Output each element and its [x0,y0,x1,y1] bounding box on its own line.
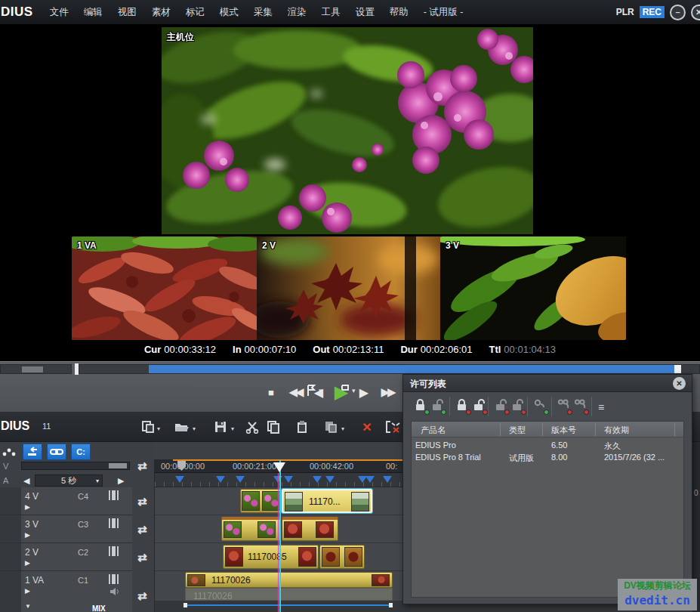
marker-icon[interactable] [325,476,335,483]
marker-icon[interactable] [216,476,225,483]
menu-render[interactable]: 渲染 [280,6,314,19]
prev-frame-button[interactable]: ◀ [311,375,326,410]
timeline-mode-icon[interactable] [2,448,16,457]
col-type[interactable]: 类型 [509,425,526,436]
close-button[interactable]: ✕ [691,5,700,20]
menu-capture[interactable]: 采集 [246,6,280,19]
insert-mode-button[interactable] [23,444,42,460]
rewind-button[interactable]: ◀◀ [284,375,307,410]
seek-inout-range[interactable] [149,365,674,373]
menu-file[interactable]: 文件 [42,6,76,19]
marker-icon[interactable] [313,476,322,483]
timeline-zoom-slider[interactable] [21,462,130,470]
open-project-button[interactable] [172,418,190,436]
chevron-down-icon[interactable]: ▾ [341,425,344,432]
track-header-1va[interactable]: 1 VA C1 ▶ ▼ MIX [0,571,132,612]
preview-scrollbar[interactable] [0,364,72,374]
marker-icon[interactable] [175,476,184,483]
swap-icon[interactable]: ⇄ [137,589,147,603]
track-header-2v[interactable]: 2 V C2 ▶ [0,543,132,571]
expand-icon[interactable]: ▶ [25,559,30,567]
marker-icon[interactable] [284,476,293,483]
timeline-clip-selected[interactable]: 11170... [282,489,372,513]
track-header-4v[interactable]: 4 V C4 ▶ [0,487,132,515]
release-license-button[interactable] [495,398,510,415]
collapse-icon[interactable]: ▼ [25,603,31,610]
track-mute-area[interactable] [0,515,21,542]
track-mute-area[interactable] [0,571,21,612]
rubber-band-point[interactable] [183,603,187,607]
menu-edit[interactable]: 编辑 [76,6,110,19]
timescale-select[interactable]: 5 秒 ▾ [35,474,103,487]
ripple-mode-button[interactable]: C: [71,444,91,460]
unlock-offline-button[interactable] [473,398,488,415]
preview-scrollbar-handle[interactable] [22,366,43,372]
lock-online-button[interactable] [415,398,430,415]
col-validity[interactable]: 有效期 [604,425,629,436]
menu-view[interactable]: 视图 [110,6,144,19]
fast-forward-button[interactable]: ▶▶ [376,375,399,410]
seek-end-handle[interactable] [674,365,681,373]
timeline-clip[interactable] [319,545,365,569]
unlock-online-button[interactable] [431,398,446,415]
chevron-down-icon[interactable]: ▾ [157,425,160,432]
dialog-close-button[interactable]: ✕ [673,377,686,390]
menu-marker[interactable]: 标记 [178,6,212,19]
stop-button[interactable]: ■ [263,375,279,410]
rec-mode-button[interactable]: REC [640,6,665,18]
ripple-trim-button[interactable] [384,418,402,436]
release-all-button[interactable] [511,398,526,415]
timeline-clip[interactable]: 11170085 [223,545,319,569]
chevron-down-icon[interactable]: ▾ [193,425,196,432]
menu-clip[interactable]: 素材 [144,6,178,19]
timeline-clip[interactable] [240,489,281,513]
license-row[interactable]: EDIUS Pro 6.50 永久 [412,440,683,452]
sync-mode-button[interactable] [47,444,66,460]
license-table-header[interactable]: 产品名 类型 版本号 有效期 [412,422,683,437]
swap-icon[interactable]: ⇄ [137,523,147,536]
lock-offline-button[interactable] [456,398,471,415]
audio-region[interactable]: 11170026 [185,588,393,601]
license-row[interactable]: EDIUS Pro 8 Trial 试用版 8.00 2015/7/26 (32… [412,452,683,464]
paste-button[interactable] [293,418,311,436]
timeline-clip[interactable] [221,517,281,541]
swap-icon[interactable]: ⇄ [137,551,147,564]
zoom-in-button[interactable]: ▶ [118,476,124,486]
new-sequence-button[interactable] [139,418,157,436]
track-header-3v[interactable]: 3 V C3 ▶ [0,515,132,543]
expand-icon[interactable]: ▶ [25,531,30,539]
swap-icon[interactable]: ⇄ [137,459,147,473]
save-project-button[interactable] [211,418,230,436]
zoom-slider-handle[interactable] [109,463,127,468]
timeline-clip[interactable] [282,517,338,541]
rubber-band-point[interactable] [389,603,393,607]
menu-help[interactable]: 帮助 [382,6,416,19]
copy-button[interactable] [264,418,282,436]
list-view-button[interactable]: ≡ [598,401,604,413]
playhead-line[interactable] [279,460,281,612]
volume-rubber-band[interactable] [185,604,390,606]
col-version[interactable]: 版本号 [551,425,576,436]
menu-tools[interactable]: 工具 [314,6,348,19]
timeline-playhead-handle[interactable] [273,462,285,472]
track-mute-area[interactable] [0,543,21,570]
dialog-titlebar[interactable]: 许可列表 ✕ [403,375,692,392]
delete-button[interactable]: ✕ [358,418,376,436]
zoom-out-button[interactable]: ◀ [23,476,29,486]
link-license-button[interactable] [534,398,549,415]
unlink-license-button[interactable] [557,398,572,415]
marker-icon[interactable] [236,476,245,483]
swap-icon[interactable]: ⇄ [137,495,147,508]
menu-mode[interactable]: 模式 [212,6,246,19]
play-button[interactable]: ▶ [329,375,353,410]
plr-mode-button[interactable]: PLR [616,7,634,17]
track-mute-area[interactable] [0,487,21,515]
cut-button[interactable] [243,418,261,436]
seek-bar[interactable] [79,364,700,374]
marker-icon[interactable] [383,476,392,483]
col-product[interactable]: 产品名 [421,425,446,436]
menu-settings[interactable]: 设置 [348,6,382,19]
minimize-button[interactable]: – [670,5,686,20]
paste-special-button[interactable] [322,418,340,436]
timeline-clip[interactable]: 11170026 [185,572,393,588]
